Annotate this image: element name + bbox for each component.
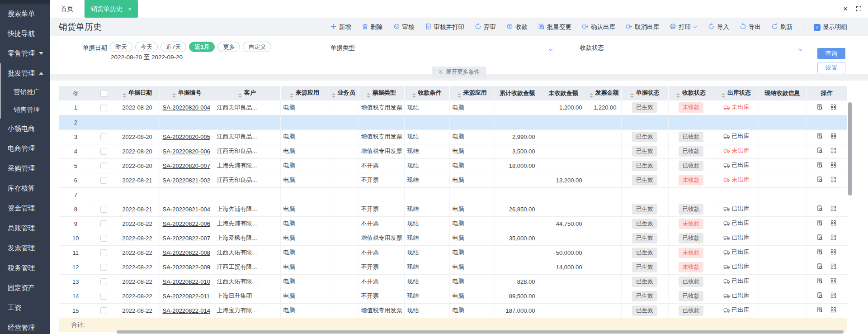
- column-header-14[interactable]: 收款状态: [668, 86, 714, 100]
- column-header-13[interactable]: 单据状态: [621, 86, 668, 100]
- date-pill-3[interactable]: 近1月: [189, 42, 215, 52]
- sidebar-item-15[interactable]: 工资: [0, 298, 50, 318]
- doc-search-icon[interactable]: [816, 234, 823, 241]
- doc-number-link[interactable]: SA-20220820-006: [163, 148, 211, 155]
- table-row-4[interactable]: 42022-08-20SA-20220820-006江西无印良品...电脑增值税…: [59, 144, 847, 158]
- column-header-11[interactable]: 未收款金额: [540, 86, 587, 100]
- doc-search-icon[interactable]: [816, 162, 823, 168]
- toolbar-button-6[interactable]: 批量变更: [538, 23, 571, 31]
- vertical-scrollbar-thumb[interactable]: [848, 102, 852, 196]
- table-row-11[interactable]: 112022-08-22SA-20220822-008江西天佑有限...电脑不开…: [59, 245, 847, 260]
- doc-number-link[interactable]: SA-20220822-014: [163, 307, 211, 314]
- sort-icon[interactable]: [676, 93, 680, 98]
- row-checkbox[interactable]: [100, 134, 107, 140]
- date-range-value[interactable]: 2022-08-20 至 2022-09-20: [111, 53, 183, 62]
- sidebar-item-6[interactable]: 小畅电商: [0, 119, 50, 138]
- doc-number-link[interactable]: SA-20220822-011: [163, 293, 210, 300]
- row-checkbox[interactable]: [100, 162, 107, 169]
- sort-icon[interactable]: [590, 93, 593, 98]
- doc-number-link[interactable]: SA-20220820-005: [163, 134, 211, 140]
- toolbar-button-10[interactable]: 导入: [708, 23, 729, 31]
- sort-icon[interactable]: [290, 93, 293, 98]
- row-checkbox[interactable]: [100, 264, 107, 271]
- column-header-8[interactable]: 收款条件: [404, 86, 449, 100]
- date-pill-4[interactable]: 更多: [217, 42, 240, 52]
- doc-search-icon[interactable]: [816, 104, 823, 110]
- doc-number-link[interactable]: SA-20220821-002: [163, 177, 211, 184]
- toolbar-button-8[interactable]: 取消出库: [626, 23, 659, 31]
- grid-icon[interactable]: [830, 162, 837, 168]
- sidebar-item-4[interactable]: 营销推广: [1, 83, 50, 101]
- column-header-3[interactable]: 单据编号: [160, 86, 214, 100]
- doc-search-icon[interactable]: [816, 277, 823, 284]
- grid-icon[interactable]: [830, 219, 837, 226]
- doc-number-link[interactable]: SA-20220821-004: [163, 206, 211, 213]
- sidebar-item-9[interactable]: 库存核算: [0, 178, 50, 198]
- row-checkbox[interactable]: [100, 148, 107, 155]
- row-checkbox[interactable]: [100, 177, 107, 184]
- toolbar-button-1[interactable]: 删除: [362, 23, 383, 31]
- show-detail-toggle[interactable]: ✓显示明细: [814, 23, 847, 31]
- sidebar-item-12[interactable]: 发票管理: [0, 238, 50, 258]
- toolbar-button-5[interactable]: 收款: [506, 23, 528, 31]
- column-header-16[interactable]: 现结收款信息: [759, 86, 806, 100]
- row-checkbox[interactable]: [100, 235, 107, 242]
- column-header-7[interactable]: 票据类型: [358, 86, 404, 100]
- sort-icon[interactable]: [123, 93, 126, 98]
- toolbar-button-3[interactable]: 审核并打印: [425, 23, 465, 31]
- fullscreen-icon[interactable]: [856, 6, 862, 12]
- date-pill-2[interactable]: 近7天: [160, 42, 186, 52]
- grid-icon[interactable]: [830, 234, 837, 241]
- column-header-4[interactable]: 客户: [214, 86, 280, 100]
- sidebar-item-10[interactable]: 资金管理: [0, 198, 50, 218]
- column-header-1[interactable]: [93, 86, 115, 100]
- sort-icon[interactable]: [172, 93, 176, 98]
- doc-number-link[interactable]: SA-20220822-008: [163, 249, 211, 256]
- table-row-3[interactable]: 32022-08-20SA-20220820-005江西无印良品...电脑增值税…: [59, 129, 847, 144]
- column-header-2[interactable]: 单据日期: [115, 86, 160, 100]
- doc-search-icon[interactable]: [816, 176, 823, 183]
- grid-icon[interactable]: [830, 176, 837, 183]
- row-checkbox[interactable]: [100, 105, 107, 111]
- row-checkbox[interactable]: [100, 220, 107, 227]
- tab-sales-history[interactable]: 销货单历史 ×: [85, 0, 138, 18]
- doc-search-icon[interactable]: [816, 219, 823, 226]
- table-row-15[interactable]: 152022-08-22SA-20220822-014上海宝力有限...电脑增值…: [59, 303, 847, 318]
- grid-icon[interactable]: [830, 104, 837, 110]
- date-pill-5[interactable]: 自定义: [243, 42, 271, 52]
- grid-icon[interactable]: [830, 292, 837, 299]
- table-row-12[interactable]: 122022-08-22SA-20220822-009江西工贸有限...电脑不开…: [59, 260, 847, 274]
- sidebar-item-2[interactable]: 零售管理: [0, 43, 50, 63]
- toolbar-button-2[interactable]: 审核: [393, 23, 415, 31]
- column-header-0[interactable]: [59, 86, 93, 100]
- gear-icon[interactable]: [72, 90, 79, 96]
- row-checkbox[interactable]: [100, 278, 107, 285]
- sidebar-item-14[interactable]: 固定资产: [0, 278, 50, 298]
- query-button[interactable]: 查询: [817, 48, 845, 59]
- doc-number-link[interactable]: SA-20220822-006: [163, 220, 211, 227]
- doc-search-icon[interactable]: [816, 292, 823, 299]
- table-row-1[interactable]: 12022-08-20SA-20220820-004江西无印良品...电脑增值税…: [59, 100, 847, 115]
- toolbar-button-12[interactable]: 刷新: [771, 23, 793, 31]
- doc-number-link[interactable]: SA-20220822-009: [163, 264, 211, 271]
- table-row-10[interactable]: 102022-08-22SA-20220822-007上海爱枫有限...电脑增值…: [59, 231, 847, 245]
- settings-button[interactable]: 设置: [817, 62, 845, 73]
- tab-close-icon[interactable]: ×: [128, 5, 132, 12]
- toolbar-button-11[interactable]: 导出: [740, 23, 761, 31]
- grid-icon[interactable]: [830, 147, 837, 154]
- column-header-9[interactable]: 来源应用: [449, 86, 495, 100]
- doc-search-icon[interactable]: [816, 263, 823, 270]
- doc-search-icon[interactable]: [816, 248, 823, 255]
- sort-icon[interactable]: [630, 93, 634, 98]
- row-checkbox[interactable]: [100, 249, 107, 256]
- grid-icon[interactable]: [830, 205, 837, 212]
- column-header-17[interactable]: 操作: [806, 86, 847, 100]
- sidebar-item-5[interactable]: 销售管理: [1, 101, 50, 119]
- row-checkbox[interactable]: [100, 206, 107, 213]
- sidebar-item-11[interactable]: 总账管理: [0, 218, 50, 238]
- sidebar-item-3[interactable]: 批发管理: [1, 63, 50, 83]
- column-header-12[interactable]: 发票金额: [587, 86, 621, 100]
- tab-home[interactable]: 首页: [50, 0, 85, 18]
- doc-number-link[interactable]: SA-20220820-004: [163, 104, 211, 111]
- doc-number-link[interactable]: SA-20220822-010: [163, 278, 211, 285]
